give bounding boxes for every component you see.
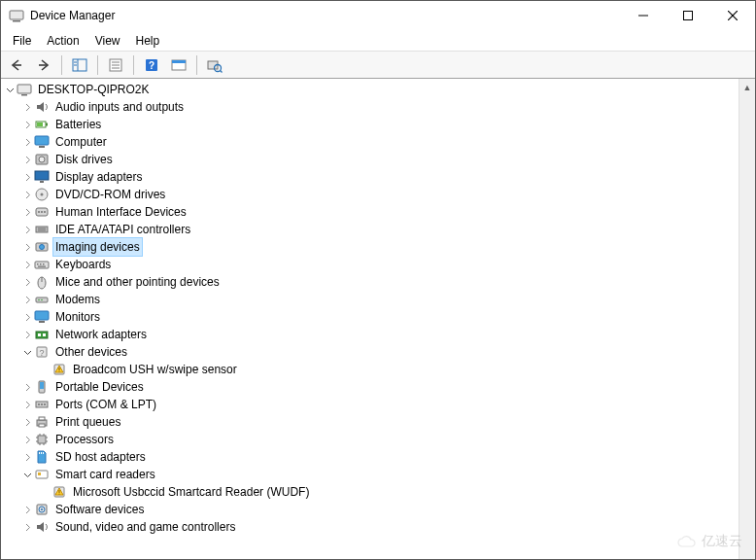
node-label[interactable]: Portable Devices <box>53 378 146 396</box>
menu-view[interactable]: View <box>87 32 128 50</box>
tree-node-mice[interactable]: Mice and other pointing devices <box>3 273 739 291</box>
window-title: Device Manager <box>30 9 621 22</box>
node-label[interactable]: Processors <box>53 431 116 448</box>
expander-icon[interactable] <box>20 343 34 361</box>
node-label[interactable]: Network adapters <box>53 326 149 343</box>
tree-node-disk-drives[interactable]: Disk drives <box>3 151 739 168</box>
expander-icon[interactable] <box>20 273 34 291</box>
expander-icon[interactable] <box>20 291 34 308</box>
node-label[interactable]: Batteries <box>53 116 103 133</box>
node-label[interactable]: Monitors <box>53 308 102 326</box>
tree-node-audio[interactable]: Audio inputs and outputs <box>3 98 739 116</box>
expander-icon[interactable] <box>20 238 34 256</box>
svg-point-39 <box>44 211 46 213</box>
tree-node-display-adapters[interactable]: Display adapters <box>3 168 739 186</box>
node-label[interactable]: Mice and other pointing devices <box>53 273 222 291</box>
expander-icon[interactable] <box>20 431 34 448</box>
expander-icon[interactable] <box>20 116 34 133</box>
node-label[interactable]: DVD/CD-ROM drives <box>53 186 167 203</box>
properties-button[interactable] <box>104 53 127 77</box>
expander-icon[interactable] <box>20 326 34 343</box>
back-button[interactable] <box>5 53 28 77</box>
expander-icon[interactable] <box>20 466 34 483</box>
tree-node-batteries[interactable]: Batteries <box>3 116 739 133</box>
show-hide-tree-button[interactable] <box>68 53 91 77</box>
node-label[interactable]: Software devices <box>53 501 146 518</box>
tree-node-dvd-drives[interactable]: DVD/CD-ROM drives <box>3 186 739 203</box>
expander-icon[interactable] <box>20 413 34 431</box>
node-label[interactable]: SD host adapters <box>53 448 148 466</box>
expander-icon[interactable] <box>20 203 34 221</box>
tree-node-broadcom-ush[interactable]: Broadcom USH w/swipe sensor <box>3 361 739 378</box>
node-label[interactable]: Computer <box>53 133 109 151</box>
tree-node-computer[interactable]: Computer <box>3 133 739 151</box>
device-tree[interactable]: DESKTOP-QIPRO2KAudio inputs and outputsB… <box>1 79 739 559</box>
minimize-button[interactable] <box>621 1 666 30</box>
tree-node-software-devices[interactable]: Software devices <box>3 501 739 518</box>
menu-help[interactable]: Help <box>128 32 168 50</box>
node-label[interactable]: Smart card readers <box>53 466 157 483</box>
close-button[interactable] <box>710 1 755 30</box>
expander-icon[interactable] <box>20 221 34 238</box>
tree-node-network-adapters[interactable]: Network adapters <box>3 326 739 343</box>
menu-file[interactable]: File <box>5 32 39 50</box>
tree-node-ports[interactable]: Ports (COM & LPT) <box>3 396 739 413</box>
forward-button[interactable] <box>32 53 55 77</box>
tree-node-root[interactable]: DESKTOP-QIPRO2K <box>3 81 739 98</box>
expander-icon[interactable] <box>20 151 34 168</box>
expander-icon[interactable] <box>20 256 34 273</box>
expander-icon[interactable] <box>20 448 34 466</box>
node-label[interactable]: Other devices <box>53 343 129 361</box>
node-label[interactable]: IDE ATA/ATAPI controllers <box>53 221 192 238</box>
scan-hardware-button[interactable] <box>203 53 226 77</box>
mmc-console-button[interactable] <box>167 53 190 77</box>
tree-node-processors[interactable]: Processors <box>3 431 739 448</box>
node-label[interactable]: Keyboards <box>53 256 113 273</box>
tree-node-hid[interactable]: Human Interface Devices <box>3 203 739 221</box>
scan-icon <box>207 57 223 73</box>
node-label[interactable]: Imaging devices <box>53 238 142 256</box>
expander-icon[interactable] <box>20 186 34 203</box>
expander-icon[interactable] <box>3 81 17 98</box>
node-label[interactable]: Human Interface Devices <box>53 203 189 221</box>
node-label[interactable]: Broadcom USH w/swipe sensor <box>71 361 239 378</box>
node-label[interactable]: Ports (COM & LPT) <box>53 396 158 413</box>
node-label[interactable]: DESKTOP-QIPRO2K <box>36 81 151 98</box>
tree-node-monitors[interactable]: Monitors <box>3 308 739 326</box>
expander-icon[interactable] <box>20 133 34 151</box>
expander-icon[interactable] <box>20 501 34 518</box>
tree-node-print-queues[interactable]: Print queues <box>3 413 739 431</box>
node-label[interactable]: Sound, video and game controllers <box>53 518 237 536</box>
tree-node-keyboards[interactable]: Keyboards <box>3 256 739 273</box>
node-label[interactable]: Print queues <box>53 413 122 431</box>
help-button[interactable]: ? <box>140 53 163 77</box>
expander-icon[interactable] <box>20 396 34 413</box>
scroll-up-arrow-icon[interactable]: ▲ <box>739 79 755 95</box>
vertical-scrollbar[interactable]: ▲ <box>739 79 755 559</box>
tree-node-sound-video[interactable]: Sound, video and game controllers <box>3 518 739 536</box>
tree-node-portable-devices[interactable]: Portable Devices <box>3 378 739 396</box>
node-label[interactable]: Disk drives <box>53 151 115 168</box>
expander-icon[interactable] <box>20 98 34 116</box>
toolbar-separator <box>133 55 134 75</box>
tree-node-other-devices[interactable]: ?Other devices <box>3 343 739 361</box>
expander-icon[interactable] <box>20 378 34 396</box>
tree-node-sd-host[interactable]: SD host adapters <box>3 448 739 466</box>
tree-node-modems[interactable]: Modems <box>3 291 739 308</box>
expander-icon[interactable] <box>20 518 34 536</box>
node-label[interactable]: Modems <box>53 291 102 308</box>
tree-node-smart-card-readers[interactable]: Smart card readers <box>3 466 739 483</box>
tree-node-ide[interactable]: IDE ATA/ATAPI controllers <box>3 221 739 238</box>
tree-node-usbccid-reader[interactable]: Microsoft Usbccid Smartcard Reader (WUDF… <box>3 483 739 501</box>
node-label[interactable]: Display adapters <box>53 168 144 186</box>
expander-icon[interactable] <box>20 168 34 186</box>
menu-action[interactable]: Action <box>39 32 86 50</box>
node-label[interactable]: Microsoft Usbccid Smartcard Reader (WUDF… <box>71 483 311 501</box>
svg-rect-27 <box>37 122 43 126</box>
node-label[interactable]: Audio inputs and outputs <box>53 98 186 116</box>
expander-icon[interactable] <box>20 308 34 326</box>
maximize-button[interactable] <box>666 1 710 30</box>
tree-node-imaging-devices[interactable]: Imaging devices <box>3 238 739 256</box>
svg-rect-66 <box>40 382 44 389</box>
svg-rect-32 <box>35 171 49 180</box>
